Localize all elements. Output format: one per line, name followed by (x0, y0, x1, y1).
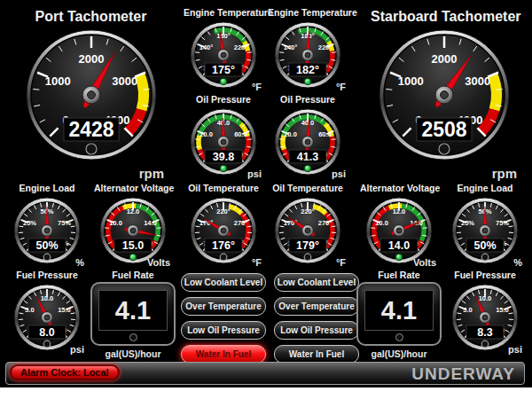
svg-text:140°: 140° (200, 43, 214, 51)
gauge-title: Oil Pressure (184, 94, 263, 106)
gauge-unit-label: °F (252, 257, 262, 268)
gauge-digital-readout: 50% (466, 239, 504, 252)
gauge-title: Oil Pressure (268, 94, 348, 106)
gauge-dial: 0%25%50%75%100%50% (11, 194, 83, 267)
alarm-panel-starboard: Low Coolant LevelOver TemperatureLow Oil… (272, 270, 361, 369)
gauge-unit-label: % (75, 257, 84, 268)
gauge-indicator (439, 144, 450, 154)
svg-text:10.0: 10.0 (479, 294, 492, 302)
gauge-unit-label: psi (508, 344, 522, 355)
svg-text:182°: 182° (296, 64, 319, 76)
fuel-rate-readout: 4.1 (364, 290, 434, 331)
svg-text:14.0: 14.0 (388, 239, 410, 252)
svg-text:1000: 1000 (44, 74, 70, 88)
dashboard-screen: Port Tachometer 010002000300040002428 rp… (0, 0, 532, 399)
gauge-digital-readout: 8.0 (28, 325, 66, 339)
gauge-dial-slot: 100°140°180°220°260°182° (268, 19, 348, 91)
gauge-dial-slot: 0.020.040.060.080.041.3 (268, 106, 348, 178)
alarm-button-over-temperature[interactable]: Over Temperature (274, 297, 359, 316)
svg-text:75%: 75% (496, 219, 509, 227)
gauge-dial: 0.020.040.060.080.041.3 (271, 106, 344, 178)
gauge-oil-temperature-starboard: Oil Temperature 120°170°220°270°320°179°… (268, 183, 348, 270)
gauge-dial: 8.010.012.014.016.015.0 (97, 194, 169, 267)
alarm-button-low-oil-pressure[interactable]: Low Oil Pressure (181, 321, 266, 340)
gauge-dial-slot: 8.010.012.014.016.014.0 (360, 194, 438, 267)
gauge-dial-slot: 0.020.040.060.080.039.8 (184, 106, 263, 178)
gauge-dial-slot: 0.05.010.015.020.08.0 (8, 281, 86, 354)
gauge-digital-readout: 179° (289, 239, 326, 252)
svg-text:20.0: 20.0 (200, 130, 213, 138)
svg-text:2428: 2428 (68, 118, 113, 141)
gauge-unit-label: psi (332, 168, 346, 179)
indicator-dot (395, 333, 403, 341)
gauge-title: Port Tachometer (18, 7, 164, 27)
alarm-button-over-temperature[interactable]: Over Temperature (181, 297, 266, 316)
gauge-digital-readout: 39.8 (205, 150, 242, 163)
svg-text:5.0: 5.0 (463, 306, 472, 314)
gauge-title: Engine Temperature (184, 7, 263, 19)
gauge-indicator (220, 254, 227, 261)
svg-text:220°: 220° (216, 207, 231, 215)
gauge-oil-pressure-starboard: Oil Pressure 0.020.040.060.080.041.3 psi (268, 94, 348, 181)
gauge-alternator-voltage-starboard: Alternator Voltage 8.010.012.014.016.014… (360, 183, 438, 270)
gauge-unit-label: % (513, 257, 522, 268)
gauge-indicator (86, 144, 97, 154)
fuel-rate-unit-label: gal(US)/hour (355, 348, 443, 359)
alarm-button-low-oil-pressure[interactable]: Low Oil Pressure (274, 321, 359, 340)
gauge-unit-label: rpm (139, 166, 164, 181)
gauge-title: Engine Load (446, 183, 524, 194)
gauge-digital-readout: 2508 (417, 118, 472, 142)
svg-text:220°: 220° (301, 207, 315, 215)
fuel-rate-title: Fuel Rate (89, 270, 177, 281)
gauge-status-led (304, 165, 311, 172)
alarm-button-low-coolant-level[interactable]: Low Coolant Level (181, 273, 266, 292)
indicator-dot (129, 333, 137, 341)
gauge-dial-slot: 0%25%50%75%100%50% (446, 194, 524, 267)
svg-text:15.0: 15.0 (58, 306, 71, 314)
gauge-dial: 010002000300040002428 (23, 27, 160, 163)
gauge-dial: 0.05.010.015.020.08.0 (11, 281, 83, 354)
fuel-rate-unit-label: gal(US)/hour (89, 348, 177, 359)
svg-text:12.0: 12.0 (393, 207, 406, 215)
gauge-status-led (220, 165, 227, 172)
fuel-rate-title: Fuel Rate (355, 270, 443, 281)
gauge-unit-label: °F (252, 82, 262, 92)
alarm-clock-button[interactable]: Alarm Clock: Local (10, 364, 120, 380)
gauge-indicator (481, 254, 489, 261)
gauge-title: Fuel Pressure (8, 270, 86, 281)
svg-text:25%: 25% (23, 219, 36, 227)
gauge-dial: 8.010.012.014.016.014.0 (363, 194, 435, 267)
gauge-title: Alternator Voltage (94, 183, 172, 194)
gauge-dial-slot: 010002000300040002428 (18, 27, 164, 163)
gauge-title: Fuel Pressure (446, 270, 524, 281)
gauge-indicator (43, 254, 51, 261)
gauge-dial: 010002000300040002508 (376, 27, 512, 163)
gauge-engine-temperature-port: Engine Temperature 100°140°180°220°260°1… (184, 7, 263, 94)
gauge-dial-slot: 0%25%50%75%100%50% (8, 194, 86, 267)
gauge-unit-label: °F (336, 257, 346, 268)
svg-text:60.0: 60.0 (318, 130, 332, 138)
alarm-button-low-coolant-level[interactable]: Low Coolant Level (274, 273, 359, 292)
gauge-unit-label: Volts (147, 257, 170, 268)
alarm-button-water-in-fuel[interactable]: Water In Fuel (181, 345, 266, 364)
svg-text:180°: 180° (216, 32, 231, 40)
gauge-dial-slot: 120°170°220°270°320°176° (184, 194, 263, 267)
fuel-rate-bezel: 4.1 (356, 282, 442, 346)
gauge-unit-label: psi (247, 168, 262, 179)
gauge-title: Engine Temperature (268, 7, 348, 19)
svg-text:170°: 170° (284, 219, 298, 227)
svg-text:75%: 75% (58, 219, 71, 227)
svg-text:220°: 220° (318, 43, 332, 51)
alarm-button-water-in-fuel[interactable]: Water In Fuel (274, 345, 359, 364)
gauge-dial-slot: 120°170°220°270°320°179° (268, 194, 348, 267)
fuel-rate-bezel: 4.1 (90, 282, 176, 346)
svg-text:2000: 2000 (78, 52, 104, 66)
gauge-engine-temperature-starboard: Engine Temperature 100°140°180°220°260°1… (268, 7, 348, 94)
svg-text:270°: 270° (234, 219, 248, 227)
svg-text:8.3: 8.3 (477, 326, 492, 339)
gauge-engine-load-starboard: Engine Load 0%25%50%75%100%50% % (446, 183, 524, 270)
svg-text:2000: 2000 (431, 52, 457, 66)
gauge-dial-slot: 010002000300040002508 (371, 27, 517, 163)
gauge-digital-readout: 176° (205, 239, 242, 252)
gauge-unit-label: rpm (492, 166, 517, 181)
